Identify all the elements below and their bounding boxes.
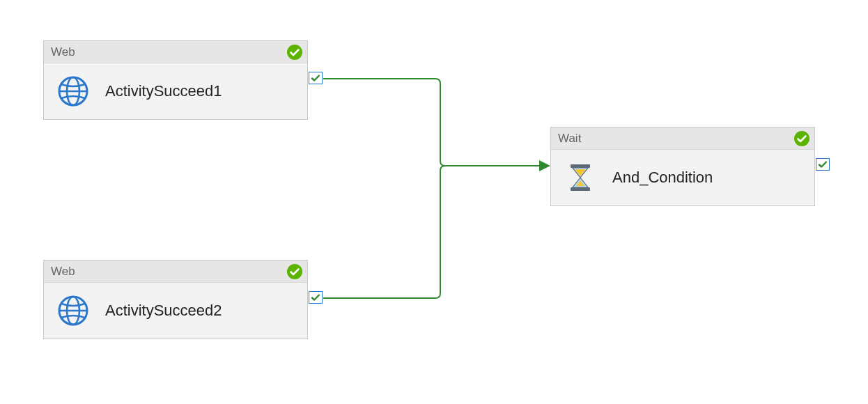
node-type-label: Web [51, 265, 75, 279]
node-name: ActivitySucceed1 [105, 82, 222, 100]
status-success-icon [286, 263, 303, 283]
connector-activity2-to-wait [323, 166, 549, 298]
output-port-success[interactable] [309, 72, 323, 84]
check-icon [818, 160, 828, 169]
svg-point-8 [794, 131, 809, 146]
svg-point-0 [287, 45, 302, 60]
node-name: ActivitySucceed2 [105, 302, 222, 320]
output-port-success[interactable] [816, 158, 830, 171]
node-body: And_Condition [551, 150, 814, 205]
node-name: And_Condition [612, 169, 713, 187]
svg-rect-9 [571, 164, 590, 168]
node-type-label: Wait [558, 132, 581, 146]
globe-icon [58, 295, 88, 326]
check-icon [311, 74, 320, 82]
node-header: Wait [551, 127, 814, 150]
activity-node-activitysucceed2[interactable]: Web ActivitySucceed2 [43, 260, 308, 339]
node-header: Web [44, 41, 307, 63]
node-type-label: Web [51, 45, 75, 59]
status-success-icon [793, 130, 810, 150]
activity-node-activitysucceed1[interactable]: Web ActivitySucceed1 [43, 40, 308, 120]
svg-point-4 [287, 264, 302, 279]
connector-activity1-to-wait [323, 79, 549, 166]
pipeline-canvas[interactable]: Web ActivitySucceed1 [0, 0, 868, 404]
svg-rect-10 [571, 187, 590, 191]
status-success-icon [286, 44, 303, 64]
check-icon [311, 293, 320, 302]
node-body: ActivitySucceed1 [44, 63, 307, 119]
hourglass-icon [565, 162, 596, 193]
node-header: Web [44, 261, 307, 283]
globe-icon [58, 76, 88, 107]
activity-node-and-condition[interactable]: Wait [550, 127, 815, 206]
node-body: ActivitySucceed2 [44, 283, 307, 339]
output-port-success[interactable] [309, 291, 323, 304]
